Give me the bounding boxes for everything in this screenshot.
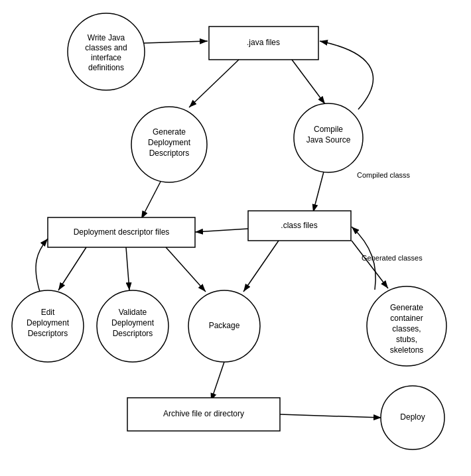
archive-label: Archive file or directory xyxy=(163,409,244,418)
arrow-writejava-javafiles xyxy=(144,41,208,43)
generate-container-label4: stubs, xyxy=(396,335,417,344)
arrow-javafiles-generate xyxy=(189,60,239,107)
edit-deploy-label2: Deployment xyxy=(27,318,70,327)
compile-java-label2: Java Source xyxy=(306,135,351,145)
edit-deploy-label1: Edit xyxy=(41,308,55,317)
arrow-javafiles-compile xyxy=(292,60,325,104)
deployment-files-label: Deployment descriptor files xyxy=(74,227,170,237)
generate-deploy-label3: Descriptors xyxy=(149,149,190,158)
write-java-label: Write Java xyxy=(88,33,125,42)
validate-deploy-label1: Validate xyxy=(119,308,147,317)
generate-container-label3: classes, xyxy=(392,324,421,333)
write-java-label2: classes and xyxy=(85,43,127,52)
deploy-label: Deploy xyxy=(400,412,425,422)
generate-container-label1: Generate xyxy=(390,303,423,312)
generate-container-label5: skeletons xyxy=(390,345,424,355)
package-label: Package xyxy=(209,321,240,330)
arrow-compile-javafiles-back xyxy=(320,41,373,109)
arrow-classfiles-deployfiles xyxy=(195,229,248,232)
arrow-generate-deployfiles xyxy=(141,182,161,219)
validate-deploy-label2: Deployment xyxy=(111,318,155,327)
arrow-classfiles-generate-container xyxy=(352,241,388,288)
write-java-label4: definitions xyxy=(88,63,124,72)
arrow-deployfiles-validate xyxy=(126,247,129,290)
validate-deploy-label3: Descriptors xyxy=(113,329,153,338)
arrow-deployfiles-edit xyxy=(58,247,86,290)
edit-deploy-label3: Descriptors xyxy=(28,329,68,338)
generate-deploy-label2: Deployment xyxy=(148,138,191,147)
arrow-compile-classfiles xyxy=(313,172,324,212)
arrow-archive-deploy xyxy=(280,414,381,418)
generated-classes-label: Generated classes xyxy=(362,254,423,262)
arrow-classfiles-package xyxy=(243,241,279,292)
compiled-classes-label: Compiled classs xyxy=(357,171,411,179)
class-files-label: .class files xyxy=(281,221,317,230)
java-files-label: .java files xyxy=(247,38,280,47)
write-java-label3: interface xyxy=(91,53,121,62)
compile-java-label1: Compile xyxy=(314,125,343,134)
arrow-edit-deployfiles xyxy=(36,239,48,292)
generate-container-label2: container xyxy=(390,314,423,323)
arrow-deployfiles-package xyxy=(166,247,206,292)
generate-deploy-label1: Generate xyxy=(153,127,186,137)
arrow-package-archive xyxy=(211,362,224,401)
